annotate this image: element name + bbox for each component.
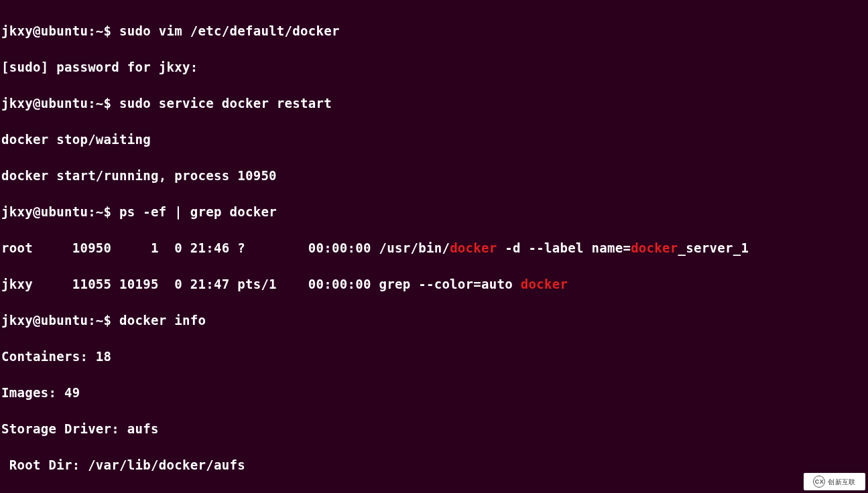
terminal-output[interactable]: jkxy@ubuntu:~$ sudo vim /etc/default/doc… bbox=[0, 0, 868, 493]
docker-info-line: Root Dir: /var/lib/docker/aufs bbox=[1, 456, 867, 474]
command-text: docker info bbox=[119, 313, 206, 328]
command-text: sudo service docker restart bbox=[119, 96, 332, 111]
ps-output-line: jkxy 11055 10195 0 21:47 pts/1 00:00:00 … bbox=[1, 275, 867, 293]
shell-prompt: jkxy@ubuntu:~$ bbox=[1, 313, 119, 328]
terminal-line: [sudo] password for jkxy: bbox=[1, 58, 867, 76]
terminal-line: jkxy@ubuntu:~$ sudo service docker resta… bbox=[1, 94, 867, 113]
ps-output-line: root 10950 1 0 21:46 ? 00:00:00 /usr/bin… bbox=[1, 239, 867, 257]
watermark-logo-icon: CX bbox=[813, 476, 825, 488]
grep-match: docker bbox=[521, 277, 568, 291]
docker-info-line: Containers: 18 bbox=[1, 348, 867, 366]
watermark-text: 创新互联 bbox=[828, 473, 855, 491]
docker-info-line: Images: 49 bbox=[1, 384, 867, 402]
terminal-line: jkxy@ubuntu:~$ ps -ef | grep docker bbox=[1, 203, 867, 221]
grep-match: docker bbox=[631, 240, 678, 255]
shell-prompt: jkxy@ubuntu:~$ bbox=[1, 23, 119, 38]
shell-prompt: jkxy@ubuntu:~$ bbox=[1, 204, 119, 219]
terminal-line: jkxy@ubuntu:~$ docker info bbox=[1, 311, 867, 330]
command-text: ps -ef | grep docker bbox=[119, 204, 277, 219]
watermark-badge: CX 创新互联 bbox=[804, 473, 865, 490]
shell-prompt: jkxy@ubuntu:~$ bbox=[1, 96, 119, 111]
docker-info-line: Storage Driver: aufs bbox=[1, 420, 867, 438]
terminal-line: jkxy@ubuntu:~$ sudo vim /etc/default/doc… bbox=[1, 22, 867, 40]
command-text: sudo vim /etc/default/docker bbox=[119, 23, 340, 38]
terminal-line: docker start/running, process 10950 bbox=[1, 167, 867, 185]
grep-match: docker bbox=[450, 240, 497, 255]
terminal-line: docker stop/waiting bbox=[1, 131, 867, 149]
